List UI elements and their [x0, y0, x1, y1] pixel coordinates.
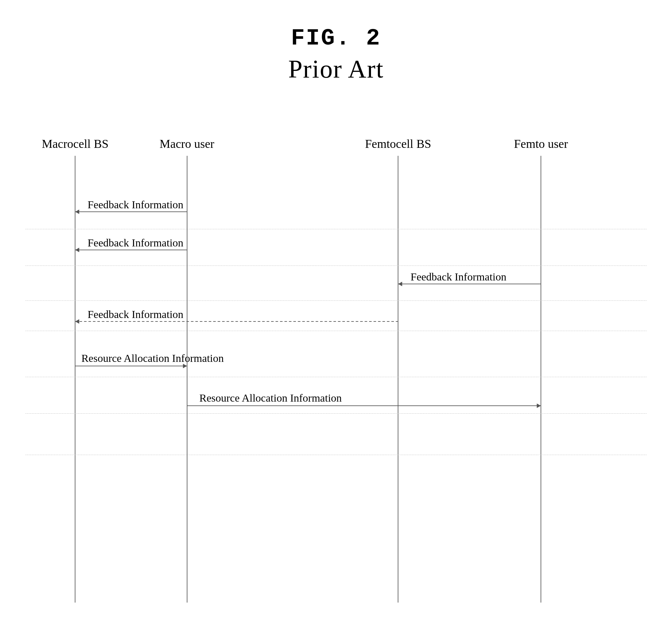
message-arrow-3 — [398, 284, 541, 284]
message-label-3: Feedback Information — [410, 271, 506, 283]
figure-title: FIG. 2 — [0, 25, 672, 51]
message-label-4: Feedback Information — [88, 308, 183, 321]
actor-macro-user: Macro user — [160, 137, 214, 151]
actor-macrocell-bs: Macrocell BS — [42, 137, 109, 151]
grid-line-5 — [25, 377, 647, 377]
message-label-1: Feedback Information — [88, 199, 183, 211]
sequence-diagram: Macrocell BS Macro user Femtocell BS Fem… — [25, 137, 647, 603]
lifeline-femtocell-bs — [398, 156, 398, 603]
page: FIG. 2 Prior Art Macrocell BS Macro user… — [0, 0, 672, 628]
message-label-6: Resource Allocation Information — [199, 392, 342, 404]
message-arrow-6 — [187, 405, 541, 406]
message-arrow-5 — [75, 366, 187, 366]
lifeline-macro-user — [187, 156, 187, 603]
grid-line-3 — [25, 300, 647, 301]
grid-line-1 — [25, 229, 647, 229]
message-arrow-4 — [75, 321, 398, 322]
grid-line-6 — [25, 413, 647, 414]
message-arrow-2 — [75, 250, 187, 250]
prior-art-label: Prior Art — [0, 55, 672, 84]
lifeline-macrocell-bs — [75, 156, 75, 603]
message-arrow-1 — [75, 211, 187, 212]
actor-femto-user: Femto user — [514, 137, 568, 151]
lifeline-femto-user — [541, 156, 541, 603]
message-label-2: Feedback Information — [88, 237, 183, 249]
title-section: FIG. 2 Prior Art — [0, 0, 672, 84]
message-label-5: Resource Allocation Information — [81, 352, 224, 365]
actor-femtocell-bs: Femtocell BS — [365, 137, 431, 151]
grid-line-4 — [25, 331, 647, 331]
grid-line-2 — [25, 266, 647, 266]
grid-line-7 — [25, 455, 647, 455]
